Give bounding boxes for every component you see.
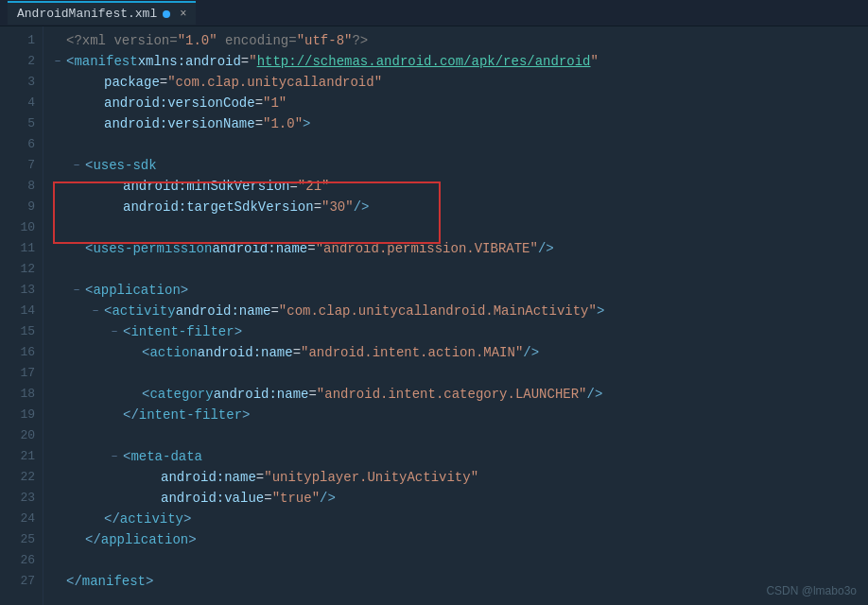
line-num-3: 3	[0, 72, 43, 93]
code-line-22: android:name="unityplayer.UnityActivity"	[51, 467, 868, 488]
code-line-12	[51, 259, 868, 280]
line-num-19: 19	[0, 405, 43, 425]
watermark: CSDN @lmabo3o	[766, 584, 857, 597]
code-line-23: android:value="true" />	[51, 488, 868, 509]
collapse-toggle-14[interactable]: −	[89, 304, 102, 318]
code-line-1: <?xml version="1.0" encoding="utf-8"?>	[51, 30, 868, 51]
line-num-13: 13	[0, 280, 43, 301]
code-line-21: − <meta-data	[51, 446, 868, 467]
code-area: <?xml version="1.0" encoding="utf-8"?> −…	[43, 26, 868, 605]
code-line-10	[51, 217, 868, 238]
code-line-20	[51, 425, 868, 446]
line-num-4: 4	[0, 93, 43, 113]
code-line-27: </manifest>	[51, 571, 868, 592]
line-num-25: 25	[0, 529, 43, 550]
collapse-toggle-2[interactable]: −	[51, 55, 64, 68]
editor-area: 1 2 3 4 5 6 7 8 9 10 11 12 13 14 15 16 1…	[0, 26, 868, 605]
line-num-14: 14	[0, 301, 43, 321]
code-line-24: </activity>	[51, 509, 868, 529]
line-num-21: 21	[0, 446, 43, 467]
line-num-1: 1	[0, 30, 43, 51]
line-num-27: 27	[0, 571, 43, 592]
tab-modified-indicator	[163, 10, 170, 18]
line-num-26: 26	[0, 550, 43, 571]
code-line-5: android:versionName="1.0" >	[51, 113, 868, 134]
code-line-16: <action android:name="android.intent.act…	[51, 342, 868, 363]
code-line-18: <category android:name="android.intent.c…	[51, 384, 868, 405]
line-num-5: 5	[0, 113, 43, 134]
code-line-25: </application>	[51, 529, 868, 550]
collapse-toggle-21[interactable]: −	[108, 450, 121, 463]
file-tab[interactable]: AndroidManifest.xml ×	[8, 1, 196, 25]
code-line-9: android:targetSdkVersion="30" />	[51, 197, 868, 217]
line-num-12: 12	[0, 259, 43, 280]
line-numbers: 1 2 3 4 5 6 7 8 9 10 11 12 13 14 15 16 1…	[0, 26, 43, 605]
xml-declaration: <?xml version="1.0" encoding="utf-8"?>	[66, 30, 368, 51]
line-num-23: 23	[0, 488, 43, 509]
code-line-8: android:minSdkVersion="21"	[51, 176, 868, 197]
code-line-6	[51, 134, 868, 155]
code-line-19: </intent-filter>	[51, 405, 868, 425]
line-num-22: 22	[0, 467, 43, 488]
code-line-2: − <manifest xmlns:android="http://schema…	[51, 51, 868, 72]
code-line-26	[51, 550, 868, 571]
code-line-3: package="com.clap.unitycallandroid"	[51, 72, 868, 93]
code-line-11: <uses-permission android:name="android.p…	[51, 238, 868, 259]
line-num-9: 9	[0, 197, 43, 217]
collapse-toggle-7[interactable]: −	[70, 159, 83, 172]
code-line-13: − <application>	[51, 280, 868, 301]
line-num-8: 8	[0, 176, 43, 197]
code-line-14: − <activity android:name="com.clap.unity…	[51, 301, 868, 321]
tab-close-button[interactable]: ×	[180, 8, 186, 21]
line-num-2: 2	[0, 51, 43, 72]
line-num-7: 7	[0, 155, 43, 176]
collapse-toggle-15[interactable]: −	[108, 325, 121, 338]
line-num-11: 11	[0, 238, 43, 259]
line-num-10: 10	[0, 217, 43, 238]
line-num-17: 17	[0, 363, 43, 384]
line-num-24: 24	[0, 509, 43, 529]
tab-filename: AndroidManifest.xml	[17, 7, 157, 21]
line-num-18: 18	[0, 384, 43, 405]
title-bar: AndroidManifest.xml ×	[0, 0, 868, 26]
code-line-17	[51, 363, 868, 384]
line-num-16: 16	[0, 342, 43, 363]
code-line-7: − <uses-sdk	[51, 155, 868, 176]
code-line-4: android:versionCode="1"	[51, 93, 868, 113]
line-num-6: 6	[0, 134, 43, 155]
line-num-20: 20	[0, 425, 43, 446]
code-line-15: − <intent-filter>	[51, 321, 868, 342]
collapse-toggle-13[interactable]: −	[70, 284, 83, 297]
line-num-15: 15	[0, 321, 43, 342]
